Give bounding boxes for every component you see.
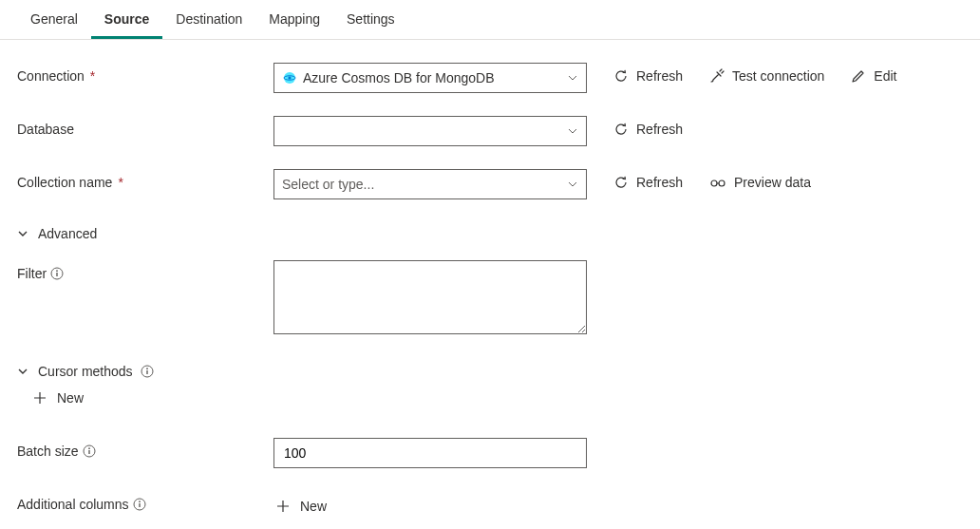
collection-select[interactable]: Select or type...	[273, 169, 587, 199]
tab-general[interactable]: General	[17, 0, 91, 39]
edit-connection-button[interactable]: Edit	[851, 68, 896, 84]
row-batch-size: Batch size	[17, 438, 963, 468]
new-label: New	[57, 390, 84, 406]
plug-icon	[709, 68, 725, 84]
refresh-database-button[interactable]: Refresh	[613, 122, 683, 137]
svg-point-3	[711, 180, 717, 186]
connection-label-text: Connection	[17, 68, 85, 84]
chevron-down-icon	[567, 179, 578, 190]
advanced-section-toggle[interactable]: Advanced	[17, 226, 97, 241]
refresh-connection-button[interactable]: Refresh	[613, 68, 683, 84]
cursor-methods-toggle[interactable]: Cursor methods	[17, 364, 154, 379]
cursor-methods-label: Cursor methods	[38, 364, 133, 379]
info-icon[interactable]	[141, 365, 154, 378]
batch-size-input[interactable]	[273, 438, 587, 468]
cursor-methods-new-button[interactable]: New	[30, 387, 85, 409]
row-collection: Collection name * Select or type... Refr…	[17, 169, 963, 199]
glasses-icon	[709, 176, 726, 189]
tabs-bar: General Source Destination Mapping Setti…	[0, 0, 980, 40]
refresh-icon	[613, 175, 629, 190]
refresh-label: Refresh	[636, 175, 683, 190]
label-batch-size: Batch size	[17, 438, 273, 459]
svg-point-12	[88, 447, 90, 449]
plus-icon	[32, 390, 47, 406]
svg-point-2	[288, 76, 291, 79]
preview-data-label: Preview data	[734, 175, 811, 190]
tab-destination[interactable]: Destination	[162, 0, 255, 39]
refresh-icon	[613, 122, 629, 137]
refresh-collection-button[interactable]: Refresh	[613, 175, 683, 190]
collection-label-text: Collection name	[17, 175, 112, 190]
info-icon[interactable]	[133, 498, 146, 511]
connection-select[interactable]: Azure Cosmos DB for MongoDB	[273, 63, 587, 93]
chevron-down-icon	[567, 72, 578, 84]
additional-columns-label-text: Additional columns	[17, 497, 129, 512]
svg-rect-16	[139, 503, 140, 507]
pencil-icon	[851, 68, 866, 84]
chevron-down-icon	[17, 228, 30, 239]
plus-icon	[275, 499, 291, 514]
label-filter: Filter	[17, 260, 273, 281]
new-label: New	[300, 499, 327, 514]
edit-label: Edit	[874, 68, 896, 84]
row-additional-columns: Additional columns New	[17, 491, 963, 518]
svg-point-15	[139, 501, 141, 502]
info-icon[interactable]	[83, 444, 96, 458]
label-collection: Collection name *	[17, 169, 273, 190]
database-select[interactable]	[273, 116, 587, 146]
advanced-label: Advanced	[38, 226, 97, 241]
database-label-text: Database	[17, 122, 74, 137]
row-database: Database Refresh	[17, 116, 963, 146]
tab-settings[interactable]: Settings	[333, 0, 408, 39]
chevron-down-icon	[17, 366, 30, 377]
tab-source[interactable]: Source	[91, 0, 162, 39]
info-icon[interactable]	[50, 267, 64, 280]
required-asterisk: *	[90, 68, 95, 84]
label-database: Database	[17, 116, 273, 137]
connection-value: Azure Cosmos DB for MongoDB	[303, 70, 561, 85]
filter-textarea[interactable]	[273, 260, 587, 334]
svg-point-4	[719, 180, 725, 186]
filter-label-text: Filter	[17, 266, 47, 281]
tab-mapping[interactable]: Mapping	[255, 0, 333, 39]
row-connection: Connection * Azure Cosmos DB for MongoDB…	[17, 63, 963, 93]
svg-point-6	[56, 270, 58, 272]
test-connection-button[interactable]: Test connection	[709, 68, 824, 84]
required-asterisk: *	[118, 175, 122, 190]
svg-rect-7	[56, 273, 57, 276]
row-filter: Filter	[17, 260, 963, 337]
collection-placeholder: Select or type...	[282, 177, 561, 192]
form-body: Connection * Azure Cosmos DB for MongoDB…	[0, 40, 980, 529]
batch-size-label-text: Batch size	[17, 444, 79, 459]
refresh-label: Refresh	[636, 68, 683, 84]
label-additional-columns: Additional columns	[17, 491, 273, 512]
cosmos-db-icon	[282, 70, 297, 85]
preview-data-button[interactable]: Preview data	[709, 175, 811, 190]
test-connection-label: Test connection	[732, 68, 824, 84]
refresh-label: Refresh	[636, 122, 683, 137]
chevron-down-icon	[567, 125, 578, 137]
refresh-icon	[613, 68, 629, 84]
svg-rect-13	[88, 450, 89, 454]
svg-rect-10	[146, 370, 147, 374]
svg-point-9	[146, 368, 148, 369]
label-connection: Connection *	[17, 63, 273, 84]
additional-columns-new-button[interactable]: New	[273, 495, 329, 518]
